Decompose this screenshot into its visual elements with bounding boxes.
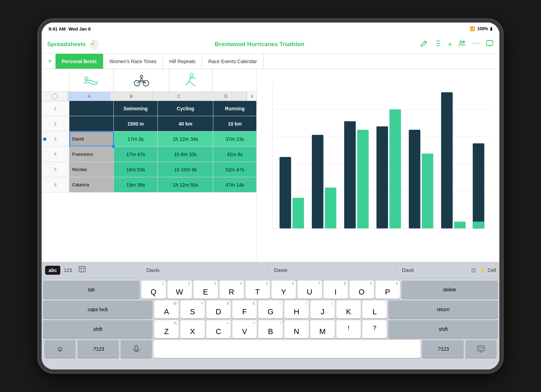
- cell-6a[interactable]: Catarina: [69, 177, 114, 192]
- cell-1b[interactable]: Swimming: [114, 101, 158, 116]
- col-header-c[interactable]: C: [153, 92, 205, 101]
- cell-5a[interactable]: Nicolas: [69, 162, 114, 177]
- key-w[interactable]: 2W: [168, 281, 192, 299]
- cell-5c[interactable]: 1h 10m 9s: [158, 162, 213, 177]
- key-z[interactable]: %Z: [154, 320, 179, 338]
- add-sheet-button[interactable]: +: [44, 54, 55, 69]
- key-d[interactable]: $D: [206, 300, 231, 318]
- annotate-icon[interactable]: [420, 39, 428, 49]
- suggestion-davie[interactable]: Davie: [268, 266, 293, 274]
- dotnum-left-key[interactable]: .?123: [77, 340, 119, 358]
- cell-6b[interactable]: 19m 38s: [114, 177, 158, 192]
- svg-point-12: [473, 43, 474, 44]
- cell-1a[interactable]: [69, 101, 114, 116]
- date-display: Wed Jan 6: [68, 26, 91, 32]
- suggestion-davis[interactable]: Davis: [141, 266, 165, 274]
- cell-4c[interactable]: 1h 6m 33s: [158, 147, 213, 162]
- cell-3d[interactable]: 37m 23s: [213, 131, 257, 146]
- num-mode-button[interactable]: 123: [60, 266, 75, 275]
- shift-right-key[interactable]: shift: [388, 320, 498, 338]
- key-m[interactable]: :M: [310, 320, 335, 338]
- keyboard-row-1: tab 1Q 2W 3E 4R 5T 6Y 7U 8I 9O 0P delete: [43, 281, 498, 299]
- cell-3c[interactable]: 1h 12m 34s: [158, 131, 213, 146]
- table-icon-button[interactable]: [75, 264, 89, 276]
- key-v[interactable]: =V: [232, 320, 257, 338]
- cell-6c[interactable]: 1h 12m 50s: [158, 177, 213, 192]
- back-button[interactable]: Spreadsheets: [47, 41, 86, 48]
- key-t[interactable]: 5T: [246, 281, 270, 299]
- keyboard-dismiss-key[interactable]: [465, 340, 497, 358]
- more-icon[interactable]: [472, 39, 480, 49]
- keyboard-row-3: shift %Z -X +C =V /B ;N :M !, ?. shift: [43, 320, 498, 338]
- svg-point-9: [463, 42, 464, 42]
- emoji-key[interactable]: ☺: [44, 340, 76, 358]
- key-u[interactable]: 7U: [298, 281, 322, 299]
- key-exclaim[interactable]: !,: [336, 320, 361, 338]
- add-icon[interactable]: +: [448, 40, 452, 49]
- cell-2b[interactable]: 1500 m: [114, 116, 158, 131]
- cell-3a[interactable]: David: [69, 131, 114, 146]
- cell-5d[interactable]: 52m 47s: [213, 162, 257, 177]
- row-select-all[interactable]: [52, 94, 58, 99]
- cell-6d[interactable]: 47m 14s: [213, 177, 257, 192]
- cell-2c[interactable]: 40 km: [158, 116, 213, 131]
- format-icon[interactable]: [434, 39, 442, 49]
- cell-4a[interactable]: Francesco: [69, 147, 114, 162]
- row-num-4: 4: [42, 147, 69, 162]
- key-s[interactable]: #S: [180, 300, 205, 318]
- key-a[interactable]: @A: [154, 300, 179, 318]
- tab-womens-race-times[interactable]: Women's Race Times: [103, 54, 163, 69]
- key-p[interactable]: 0P: [376, 281, 400, 299]
- key-y[interactable]: 6Y: [272, 281, 296, 299]
- document-title: Brentwood Hurricanes Triathlon: [215, 41, 304, 48]
- present-icon[interactable]: [486, 39, 494, 49]
- key-k[interactable]: 'K: [336, 300, 361, 318]
- space-key[interactable]: [154, 340, 420, 358]
- tab-key[interactable]: tab: [43, 281, 140, 299]
- cell-1c[interactable]: Cycling: [158, 101, 213, 116]
- cell-2a[interactable]: [69, 116, 114, 131]
- key-b[interactable]: /B: [258, 320, 283, 338]
- delete-key[interactable]: delete: [402, 281, 498, 299]
- table-row: 1 Swimming Cycling Running: [42, 101, 257, 116]
- col-header-a[interactable]: A: [68, 92, 110, 101]
- cell-4b[interactable]: 17m 47s: [114, 147, 158, 162]
- collaborate-icon[interactable]: [458, 39, 466, 49]
- dotnum-right-key[interactable]: .?123: [422, 340, 464, 358]
- key-q[interactable]: 1Q: [141, 281, 166, 299]
- cell-5b[interactable]: 16m 53s: [114, 162, 158, 177]
- key-e[interactable]: 3E: [194, 281, 218, 299]
- cell-4d[interactable]: 41m 8s: [213, 147, 257, 162]
- caps-lock-key[interactable]: caps lock: [43, 300, 153, 318]
- key-g[interactable]: *G: [258, 300, 283, 318]
- key-l[interactable]: "L: [362, 300, 387, 318]
- key-n[interactable]: ;N: [284, 320, 309, 338]
- key-f[interactable]: &F: [232, 300, 257, 318]
- mic-key[interactable]: [121, 340, 152, 358]
- freeze-handle[interactable]: ⏸: [247, 92, 257, 101]
- suggestion-davit[interactable]: Davit: [396, 266, 419, 274]
- cell-3b[interactable]: 17m 3s: [114, 131, 158, 146]
- tab-race-events-calendar[interactable]: Race Events Calendar: [202, 54, 264, 69]
- table-row: 6 Catarina 19m 38s 1h 12m 50s 47m 14s: [42, 177, 257, 193]
- shift-left-key[interactable]: shift: [43, 320, 153, 338]
- col-header-d[interactable]: D: [205, 92, 247, 101]
- return-key[interactable]: return: [388, 300, 498, 318]
- key-r[interactable]: 4R: [220, 281, 244, 299]
- abc-mode-button[interactable]: abc: [45, 266, 60, 275]
- key-c[interactable]: +C: [206, 320, 231, 338]
- key-x[interactable]: -X: [180, 320, 205, 338]
- cell-1d[interactable]: Running: [213, 101, 257, 116]
- cell-2d[interactable]: 10 km: [213, 116, 257, 131]
- key-o[interactable]: 9O: [350, 281, 374, 299]
- svg-rect-42: [454, 222, 465, 229]
- undo-button[interactable]: [89, 40, 99, 49]
- tab-personal-bests[interactable]: Personal Bests: [55, 54, 103, 69]
- col-header-b[interactable]: B: [110, 92, 153, 101]
- wifi-icon: 📶: [470, 26, 475, 31]
- key-j[interactable]: )J: [310, 300, 335, 318]
- key-i[interactable]: 8I: [324, 281, 348, 299]
- key-h[interactable]: (H: [284, 300, 309, 318]
- tab-hill-repeats[interactable]: Hill Repeats: [163, 54, 202, 69]
- key-question[interactable]: ?.: [362, 320, 387, 338]
